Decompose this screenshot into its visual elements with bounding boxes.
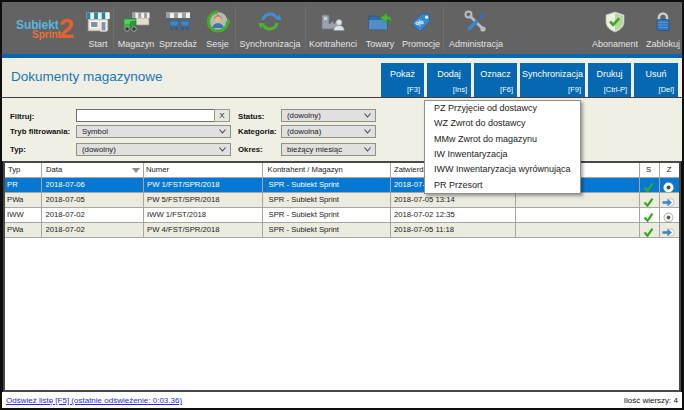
- toolbar-item-synchronizacja[interactable]: Synchronizacja: [241, 10, 299, 49]
- cell-typ: PWa: [7, 222, 40, 237]
- menu-item-iww[interactable]: IWW Inwentaryzacja wyrównująca: [426, 162, 579, 177]
- combo-value: bieżący miesiąc: [287, 145, 342, 154]
- column-separator: [41, 163, 42, 237]
- column-header-s[interactable]: S: [639, 163, 658, 177]
- button-shortcut: [F9]: [568, 85, 581, 94]
- shield-check-icon: [603, 10, 627, 38]
- chevron-down-icon: [219, 129, 226, 134]
- okres-select[interactable]: bieżący miesiąc: [281, 143, 376, 156]
- typ-select[interactable]: (dowolny): [76, 143, 231, 156]
- usun-button[interactable]: Usuń [Del]: [634, 63, 678, 97]
- button-label: Dodaj: [427, 69, 471, 79]
- kategoria-select[interactable]: (dowolna): [281, 125, 376, 138]
- oznacz-button[interactable]: Oznacz [F6]: [474, 63, 517, 97]
- toolbar-item-label: Zablokuj: [646, 39, 680, 49]
- refresh-link[interactable]: Odśwież listę [F5] (ostatnie odświeżenie…: [6, 396, 182, 405]
- logo-version: 2: [59, 14, 74, 45]
- column-header-data[interactable]: Data: [41, 163, 141, 177]
- documents-table: Typ Data Numer Kontrahent / Magazyn Zatw…: [3, 161, 681, 392]
- row-count: Ilość wierszy: 4: [624, 396, 678, 405]
- menu-item-pr[interactable]: PR Przesort: [426, 178, 579, 193]
- page-title: Dokumenty magazynowe: [11, 69, 163, 84]
- synchronizacja-button[interactable]: Synchronizacja [F9]: [520, 63, 585, 97]
- toolbar-item-label: Synchronizacja: [239, 39, 300, 49]
- button-shortcut: [F6]: [500, 85, 513, 94]
- toolbar-item-sprzedaz[interactable]: Sprzedaż: [158, 10, 198, 49]
- toolbar-item-abonament[interactable]: Abonament: [591, 10, 639, 49]
- okres-label: Okres:: [238, 145, 263, 154]
- transfer-arrow-icon: [662, 224, 675, 242]
- toolbar-separator: [235, 7, 236, 50]
- combo-value: (dowolna): [287, 127, 321, 136]
- status-bar: Odśwież listę [F5] (ostatnie odświeżenie…: [2, 392, 682, 408]
- toolbar-item-towary[interactable]: Towary: [362, 10, 398, 49]
- menu-item-mmw[interactable]: MMw Zwrot do magazynu: [426, 132, 579, 147]
- tryb-filtrowania-label: Tryb filtrowania:: [10, 127, 70, 136]
- app-window: Subiekt Sprint 2: [0, 0, 684, 410]
- button-label: Oznacz: [474, 69, 517, 79]
- cell-numer: PW 5/FST/SPR/2018: [147, 192, 260, 207]
- cell-numer: PW 1/FST/SPR/2018: [147, 177, 260, 192]
- sort-desc-icon: [132, 168, 140, 173]
- goods-folder-icon: [367, 10, 393, 38]
- column-header-numer[interactable]: Numer: [143, 163, 261, 177]
- typ-label: Typ:: [10, 145, 26, 154]
- cell-typ: IWW: [7, 207, 40, 222]
- tryb-filtrowania-select[interactable]: Symbol: [76, 125, 231, 138]
- promo-tag-icon: %: [408, 10, 434, 38]
- button-label: Synchronizacja: [520, 69, 585, 79]
- cell-kontrahent: SPR - Subiekt Sprint: [269, 222, 388, 237]
- column-header-kontrahent[interactable]: Kontrahent / Magazyn: [262, 163, 389, 177]
- toolbar-item-administracja[interactable]: Administracja: [450, 10, 502, 49]
- filter-input[interactable]: [76, 109, 215, 122]
- column-header-typ[interactable]: Typ: [5, 163, 40, 177]
- button-shortcut: [Ctrl-P]: [604, 85, 627, 94]
- cell-data: 2018-07-06: [46, 177, 141, 192]
- table-row[interactable]: PWa 2018-07-02 PW 4/FST/SPR/2018 SPR - S…: [5, 222, 679, 237]
- pokaz-button[interactable]: Pokaż [F3]: [381, 63, 424, 97]
- chevron-down-icon: [219, 147, 226, 152]
- toolbar-item-start[interactable]: Start: [80, 10, 116, 49]
- column-separator: [659, 163, 660, 237]
- combo-value: (dowolny): [82, 145, 116, 154]
- column-separator: [143, 163, 144, 237]
- main-toolbar: Subiekt Sprint 2: [2, 2, 682, 54]
- add-document-menu: PZ Przyjęcie od dostawcy WZ Zwrot do dos…: [424, 100, 581, 194]
- button-label: Pokaż: [381, 69, 424, 79]
- cell-typ: PWa: [7, 192, 40, 207]
- button-label: Usuń: [634, 69, 678, 79]
- cell-kontrahent: SPR - Subiekt Sprint: [269, 177, 388, 192]
- toolbar-item-label: Promocje: [402, 39, 440, 49]
- table-row[interactable]: PWa 2018-07-05 PW 5/FST/SPR/2018 SPR - S…: [5, 192, 679, 207]
- combo-value: Symbol: [82, 127, 108, 136]
- cell-data: 2018-07-02: [46, 207, 141, 222]
- clear-filter-button[interactable]: X: [214, 109, 230, 122]
- drukuj-button[interactable]: Drukuj [Ctrl-P]: [588, 63, 631, 97]
- dodaj-button[interactable]: Dodaj [Ins]: [427, 63, 471, 97]
- toolbar-item-magazyn[interactable]: Magazyn: [117, 10, 155, 49]
- toolbar-separator: [305, 7, 306, 50]
- menu-item-iw[interactable]: IW Inwentaryzacja: [426, 147, 579, 162]
- table-row[interactable]: IWW 2018-07-02 IWW 1/FST/2018 SPR - Subi…: [5, 207, 679, 222]
- column-separator: [639, 163, 640, 237]
- admin-tools-icon: [463, 10, 489, 38]
- toolbar-item-sesje[interactable]: Sesje: [202, 10, 233, 49]
- toolbar-item-zablokuj[interactable]: Zablokuj: [644, 10, 682, 49]
- toolbar-item-promocje[interactable]: % Promocje: [401, 10, 441, 49]
- cell-kontrahent: SPR - Subiekt Sprint: [269, 207, 388, 222]
- column-separator: [262, 163, 263, 237]
- status-select[interactable]: (dowolny): [281, 109, 376, 122]
- menu-item-wz[interactable]: WZ Zwrot do dostawcy: [426, 116, 579, 131]
- toolbar-item-kontrahenci[interactable]: Kontrahenci: [308, 10, 358, 49]
- row-separator: [5, 222, 679, 223]
- toolbar-item-label: Abonament: [592, 39, 638, 49]
- cell-zatwierdzony: 2018-07-02 12:35: [394, 207, 513, 222]
- column-header-z[interactable]: Z: [659, 163, 679, 177]
- menu-item-pz[interactable]: PZ Przyjęcie od dostawcy: [426, 101, 579, 116]
- cell-data: 2018-07-05: [46, 192, 141, 207]
- button-label: Drukuj: [588, 69, 631, 79]
- kategoria-label: Kategoria:: [238, 127, 277, 136]
- cell-numer: PW 4/FST/SPR/2018: [147, 222, 260, 237]
- chevron-down-icon: [364, 113, 371, 118]
- toolbar-item-label: Magazyn: [118, 39, 155, 49]
